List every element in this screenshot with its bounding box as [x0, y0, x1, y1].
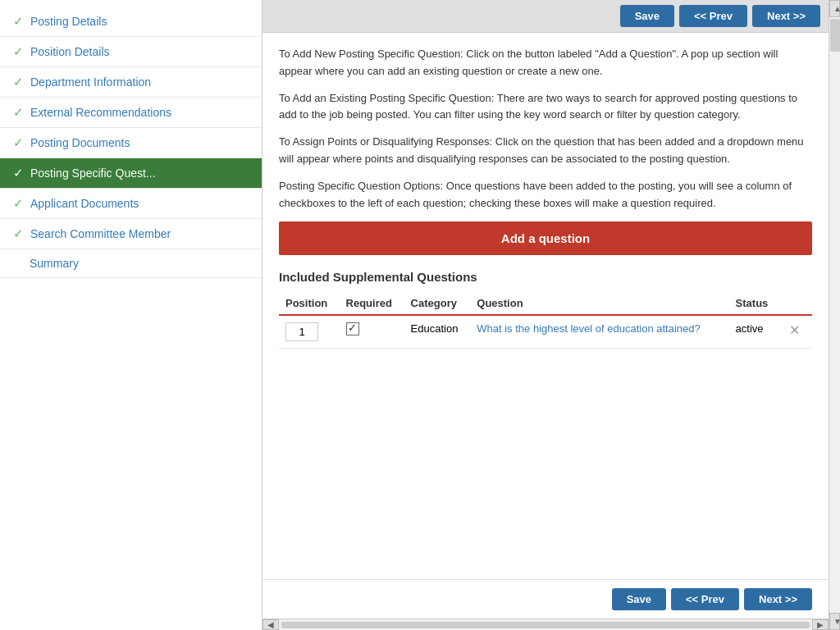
- save-button-top[interactable]: Save: [620, 5, 674, 27]
- scroll-thumb: [830, 19, 840, 52]
- check-icon: ✓: [13, 166, 24, 180]
- cell-category: Education: [404, 315, 471, 349]
- scroll-right-arrow[interactable]: ▶: [812, 619, 829, 630]
- sidebar-item-summary[interactable]: Summary: [0, 249, 262, 278]
- required-checkbox[interactable]: [346, 322, 359, 336]
- question-link[interactable]: What is the highest level of education a…: [477, 322, 700, 335]
- top-bar: Save << Prev Next >>: [262, 0, 829, 33]
- prev-button-bottom[interactable]: << Prev: [671, 588, 739, 610]
- prev-button-top[interactable]: << Prev: [679, 5, 747, 27]
- sidebar-item-position-details[interactable]: ✓ Position Details: [0, 37, 262, 67]
- sidebar: ✓ Posting Details ✓ Position Details ✓ D…: [0, 0, 262, 630]
- position-input[interactable]: [285, 322, 318, 341]
- sidebar-item-label: Department Information: [30, 75, 151, 89]
- bottom-bar: Save << Prev Next >>: [262, 579, 829, 619]
- right-scrollbar: ▲ ▼: [829, 0, 840, 630]
- scrollbar-track: [281, 622, 810, 628]
- check-icon: ✓: [13, 75, 24, 89]
- info-text-1: To Add New Posting Specific Question: Cl…: [279, 46, 812, 80]
- sidebar-item-label: Search Committee Member: [30, 227, 171, 240]
- check-icon: ✓: [13, 226, 24, 241]
- info-text-4: Posting Specific Question Options: Once …: [279, 178, 812, 212]
- cell-delete: ✕: [779, 315, 813, 349]
- col-header-category: Category: [404, 292, 471, 315]
- sidebar-item-applicant-documents[interactable]: ✓ Applicant Documents: [0, 189, 262, 219]
- save-button-bottom[interactable]: Save: [612, 588, 666, 610]
- info-text-2: To Add an Existing Posting Specific Ques…: [279, 90, 812, 125]
- scroll-track: [830, 17, 840, 613]
- add-question-button[interactable]: Add a question: [279, 221, 812, 255]
- col-header-status: Status: [729, 292, 779, 315]
- sidebar-item-label: Position Details: [30, 45, 110, 58]
- sidebar-item-external-recommendations[interactable]: ✓ External Recommendations: [0, 98, 262, 128]
- sidebar-item-posting-details[interactable]: ✓ Posting Details: [0, 7, 262, 37]
- main-content: Save << Prev Next >> To Add New Posting …: [262, 0, 829, 630]
- delete-button[interactable]: ✕: [786, 322, 803, 338]
- bottom-scrollbar: ◀ ▶: [262, 619, 829, 630]
- sidebar-item-label: Summary: [30, 257, 79, 270]
- col-header-required: Required: [340, 292, 404, 315]
- check-icon: ✓: [13, 105, 24, 120]
- check-icon: ✓: [13, 196, 24, 211]
- cell-position: [279, 315, 340, 349]
- check-icon: ✓: [13, 135, 24, 150]
- scroll-up-arrow[interactable]: ▲: [829, 0, 840, 17]
- next-button-bottom[interactable]: Next >>: [744, 588, 812, 610]
- col-header-position: Position: [279, 292, 340, 315]
- sidebar-item-label: Posting Details: [30, 15, 107, 28]
- info-text-3: To Assign Points or Disqualifying Respon…: [279, 134, 812, 168]
- sidebar-item-label: External Recommendations: [30, 106, 171, 119]
- cell-question: What is the highest level of education a…: [470, 315, 728, 349]
- col-header-actions: [779, 292, 813, 315]
- check-icon: ✓: [13, 44, 24, 59]
- table-row: Education What is the highest level of e…: [279, 315, 812, 349]
- questions-table: Position Required Category Question Stat…: [279, 292, 812, 349]
- check-icon: ✓: [13, 14, 24, 29]
- sidebar-item-label: Posting Documents: [30, 136, 130, 149]
- col-header-question: Question: [470, 292, 728, 315]
- cell-status: active: [729, 315, 779, 349]
- section-title: Included Supplemental Questions: [279, 270, 812, 284]
- next-button-top[interactable]: Next >>: [752, 5, 820, 27]
- sidebar-item-label: Posting Specific Quest...: [30, 167, 156, 180]
- scroll-left-arrow[interactable]: ◀: [262, 619, 279, 630]
- content-area: To Add New Posting Specific Question: Cl…: [262, 33, 829, 579]
- sidebar-item-posting-specific-quest[interactable]: ✓ Posting Specific Quest...: [0, 158, 262, 189]
- sidebar-item-search-committee-member[interactable]: ✓ Search Committee Member: [0, 219, 262, 249]
- table-header-row: Position Required Category Question Stat…: [279, 292, 812, 315]
- sidebar-item-department-information[interactable]: ✓ Department Information: [0, 67, 262, 98]
- sidebar-item-label: Applicant Documents: [30, 197, 139, 210]
- sidebar-item-posting-documents[interactable]: ✓ Posting Documents: [0, 128, 262, 158]
- scroll-down-arrow[interactable]: ▼: [829, 613, 840, 630]
- cell-required: [340, 315, 404, 349]
